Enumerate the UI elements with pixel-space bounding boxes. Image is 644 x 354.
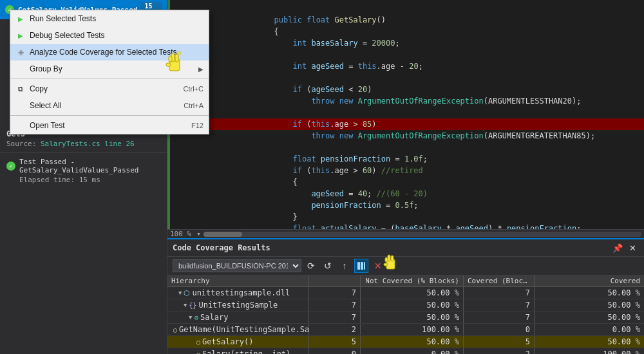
- cell-covered-last: 50.00 %: [535, 312, 644, 323]
- copy-icon: ⧉: [15, 84, 26, 94]
- horizontal-scrollbar[interactable]: [204, 232, 641, 237]
- table-header: Hierarchy Not Covered (% Blocks) Covered…: [167, 275, 644, 287]
- cell-not-covered: 50.00 %: [361, 287, 464, 299]
- table-row[interactable]: ○ GetName(UnitTestingSample.Salary) 2 10…: [167, 324, 644, 336]
- scrollbar-area: 100 % ▾: [167, 229, 644, 238]
- columns-icon: [357, 261, 366, 270]
- expand-icon[interactable]: ▼: [189, 314, 192, 321]
- cell-covered-last: 100.00 %: [535, 348, 644, 354]
- open-test-item[interactable]: Open Test F12: [10, 117, 209, 134]
- panel-controls: 📌 ✕: [611, 241, 639, 254]
- cell-not-covered: 50.00 %: [361, 336, 464, 348]
- run-selected-item[interactable]: ▶ Run Selected Tests: [10, 10, 209, 27]
- panel-close-button[interactable]: ✕: [626, 241, 639, 254]
- expand-icon[interactable]: ▼: [184, 302, 187, 308]
- cell-covered-blocks: 7: [464, 299, 535, 311]
- scrollbar-thumb: [204, 232, 242, 237]
- cell-covered-blocks: 7: [464, 312, 535, 323]
- group-by-item[interactable]: Group By ▶: [10, 61, 209, 77]
- cell-not-covered: 100.00 %: [361, 324, 464, 335]
- source-link[interactable]: SalaryTests.cs line 26: [41, 140, 135, 148]
- refresh-button[interactable]: ⟳: [304, 259, 318, 273]
- group-by-label: Group By: [30, 64, 194, 73]
- copy-item[interactable]: ⧉ Copy Ctrl+C: [10, 80, 209, 97]
- select-all-label: Select All: [30, 101, 180, 110]
- main-container: GetSalary_ValidValues_Passed 15 ms ▶ Run…: [0, 0, 644, 354]
- row-label: UnitTestingSample: [198, 301, 278, 310]
- cell-covered: 7: [309, 287, 361, 299]
- cell-not-covered: 50.00 %: [361, 312, 464, 323]
- code-line: int ageSeed = this.age - 20;: [194, 49, 644, 61]
- result-pass-icon: [6, 162, 15, 171]
- code-line: if (this.age > 85): [194, 107, 644, 118]
- code-line: float pensionFraction = 1.0f;: [194, 142, 644, 153]
- select-all-icon: [15, 100, 26, 111]
- cell-covered: 0: [309, 348, 361, 354]
- cell-covered: 2: [309, 324, 361, 335]
- col-header-covered-last: Covered: [535, 275, 644, 286]
- run-icon: ▶: [15, 14, 26, 24]
- cell-covered-blocks: 5: [464, 336, 535, 348]
- debug-selected-item[interactable]: ▶ Debug Selected Tests: [10, 27, 209, 44]
- cell-hierarchy: ▼ ⚙ Salary: [167, 312, 309, 323]
- select-all-item[interactable]: Select All Ctrl+A: [10, 97, 209, 114]
- left-panel: GetSalary_ValidValues_Passed 15 ms ▶ Run…: [0, 0, 167, 354]
- elapsed-time: Elapsed time: 15 ms: [6, 176, 160, 184]
- cell-covered: 5: [309, 336, 361, 348]
- svg-rect-9: [386, 259, 395, 269]
- col-header-hierarchy: Hierarchy: [167, 275, 309, 286]
- cell-not-covered: 0.00 %: [361, 348, 464, 354]
- table-row[interactable]: ▼ {} UnitTestingSample 7 50.00 % 7 50.00…: [167, 299, 644, 312]
- toolbar-row: buildfusion_BUILDFUSION-PC 2013-03-12 0t…: [167, 257, 644, 275]
- cell-covered-last: 50.00 %: [535, 336, 644, 348]
- code-line: if (ageSeed < 20): [194, 72, 644, 84]
- analyze-coverage-item[interactable]: ◈ Analyze Code Coverage for Selected Tes…: [10, 44, 209, 61]
- cell-hierarchy: ○ GetName(UnitTestingSample.Salary): [167, 324, 309, 335]
- source-info: Source: SalaryTests.cs line 26: [6, 140, 160, 148]
- table-row[interactable]: ▼ ⚙ Salary 7 50.00 % 7 50.00 %: [167, 312, 644, 324]
- cell-not-covered: 50.00 %: [361, 299, 464, 311]
- export-button[interactable]: ↑: [337, 259, 352, 273]
- panel-pin-button[interactable]: 📌: [611, 241, 624, 254]
- cell-covered: 7: [309, 312, 361, 323]
- cell-hierarchy: ▼ {} UnitTestingSample: [167, 299, 309, 311]
- dll-icon: ⬡: [184, 289, 190, 297]
- table-row-selected[interactable]: ○ GetSalary() 5 50.00 % 5 50.00 %: [167, 336, 644, 348]
- run-selected-label: Run Selected Tests: [30, 14, 204, 23]
- svg-rect-13: [385, 257, 388, 262]
- method-icon: ○: [196, 351, 200, 355]
- table-row[interactable]: ▼ ⬡ unittestingsample.dll 7 50.00 % 7 50…: [167, 287, 644, 299]
- separator-2: [10, 115, 209, 116]
- rerun-button[interactable]: ↺: [321, 259, 335, 273]
- cell-covered-last: 50.00 %: [535, 287, 644, 299]
- zoom-level: 100 %: [170, 230, 191, 238]
- class-icon: ⚙: [194, 313, 198, 322]
- clear-button[interactable]: ✕: [371, 259, 385, 273]
- columns-button[interactable]: [354, 259, 368, 273]
- col-header-covered-blocks: Covered (Blocks): [464, 275, 535, 286]
- copy-label: Copy: [30, 84, 180, 93]
- row-label: unittestingsample.dll: [192, 288, 290, 297]
- table-row[interactable]: ○ Salary(string, int) 0 0.00 % 2 100.00 …: [167, 348, 644, 354]
- context-menu: ▶ Run Selected Tests ▶ Debug Selected Te…: [10, 10, 209, 135]
- group-icon: [15, 64, 26, 74]
- coverage-panel: Code Coverage Results 📌 ✕ buildfusion_BU…: [167, 238, 644, 354]
- cell-hierarchy: ○ GetSalary(): [167, 336, 309, 348]
- row-label: Salary: [200, 313, 228, 322]
- open-icon: [15, 120, 26, 131]
- copy-shortcut: Ctrl+C: [184, 85, 204, 93]
- session-dropdown[interactable]: buildfusion_BUILDFUSION-PC 2013-03-12 0t: [173, 259, 301, 272]
- result-text: Test Passed - GetSalary_ValidValues_Pass…: [19, 158, 160, 174]
- cell-hierarchy: ▼ ⬡ unittestingsample.dll: [167, 287, 309, 299]
- analyze-label: Analyze Code Coverage for Selected Tests: [30, 48, 204, 57]
- cell-covered-blocks: 0: [464, 324, 535, 335]
- separator-1: [10, 79, 209, 79]
- cell-covered-blocks: 7: [464, 287, 535, 299]
- debug-selected-label: Debug Selected Tests: [30, 31, 204, 40]
- svg-rect-6: [357, 262, 360, 270]
- row-label: GetName(UnitTestingSample.Salary): [179, 325, 309, 334]
- open-shortcut: F12: [191, 122, 204, 129]
- panel-title: Code Coverage Results: [173, 243, 270, 252]
- row-label: GetSalary(): [202, 337, 253, 346]
- expand-icon[interactable]: ▼: [178, 290, 182, 296]
